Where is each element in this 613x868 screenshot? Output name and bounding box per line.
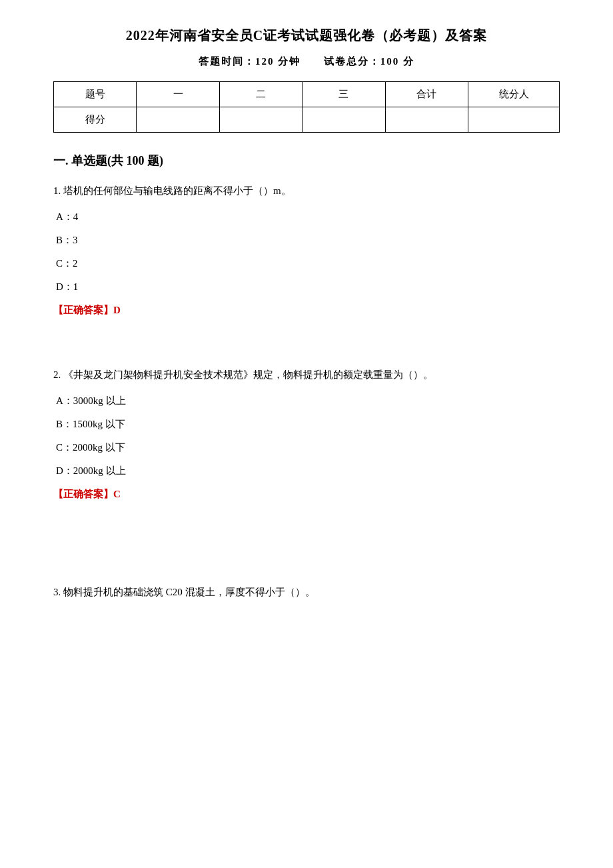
- question-3: 3. 物料提升机的基础浇筑 C20 混凝土，厚度不得小于（）。: [53, 583, 560, 601]
- page-title: 2022年河南省安全员C证考试试题强化卷（必考题）及答案: [53, 27, 560, 45]
- table-header-4: 合计: [385, 82, 468, 107]
- score-row-label: 得分: [54, 107, 137, 133]
- score-cell-grader: [468, 107, 560, 133]
- question-2-option-a: A：3000kg 以上: [53, 392, 560, 410]
- score-cell-2: [219, 107, 302, 133]
- question-1-answer: 【正确答案】D: [53, 304, 560, 317]
- score-cell-3: [303, 107, 385, 133]
- question-1-option-a: A：4: [53, 208, 560, 226]
- question-2-answer-value: C: [113, 489, 121, 499]
- question-2-option-c: C：2000kg 以下: [53, 439, 560, 457]
- spacer-2: [53, 517, 560, 550]
- table-header-2: 二: [219, 82, 302, 107]
- question-2-answer: 【正确答案】C: [53, 488, 560, 501]
- question-1-option-b: B：3: [53, 231, 560, 249]
- table-header-0: 题号: [54, 82, 137, 107]
- table-header-5: 统分人: [468, 82, 560, 107]
- question-2: 2. 《井架及龙门架物料提升机安全技术规范》规定，物料提升机的额定载重量为（）。…: [53, 366, 560, 501]
- spacer-1: [53, 333, 560, 366]
- question-1: 1. 塔机的任何部位与输电线路的距离不得小于（）m。 A：4 B：3 C：2 D…: [53, 182, 560, 317]
- spacer-3: [53, 550, 560, 583]
- score-cell-1: [137, 107, 219, 133]
- score-cell-total: [385, 107, 468, 133]
- table-header-3: 三: [303, 82, 385, 107]
- exam-info: 答题时间：120 分钟 试卷总分：100 分: [53, 55, 560, 68]
- question-2-answer-prefix: 【正确答案】: [53, 489, 113, 499]
- question-1-answer-prefix: 【正确答案】: [53, 305, 113, 315]
- table-header-1: 一: [137, 82, 219, 107]
- section1-title: 一. 单选题(共 100 题): [53, 153, 560, 169]
- time-info: 答题时间：120 分钟: [199, 56, 301, 67]
- question-3-text: 3. 物料提升机的基础浇筑 C20 混凝土，厚度不得小于（）。: [53, 583, 560, 601]
- question-1-option-c: C：2: [53, 255, 560, 273]
- question-2-text: 2. 《井架及龙门架物料提升机安全技术规范》规定，物料提升机的额定载重量为（）。: [53, 366, 560, 384]
- question-2-option-b: B：1500kg 以下: [53, 415, 560, 433]
- question-1-option-d: D：1: [53, 278, 560, 296]
- question-2-option-d: D：2000kg 以上: [53, 462, 560, 480]
- score-info: 试卷总分：100 分: [324, 56, 414, 67]
- score-table: 题号 一 二 三 合计 统分人 得分: [53, 81, 560, 133]
- question-1-text: 1. 塔机的任何部位与输电线路的距离不得小于（）m。: [53, 182, 560, 200]
- question-1-answer-value: D: [113, 305, 121, 315]
